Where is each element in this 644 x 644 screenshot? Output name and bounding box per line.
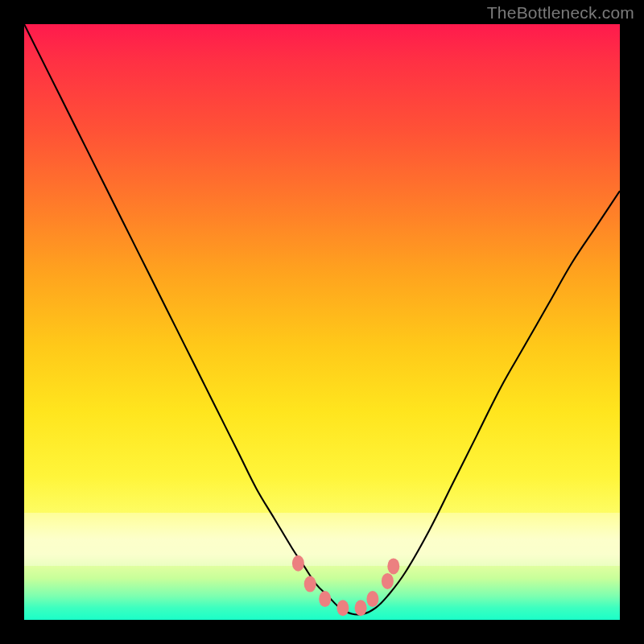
outer-frame: TheBottleneck.com <box>0 0 644 644</box>
curve-marker <box>292 555 304 572</box>
curve-marker <box>336 600 349 616</box>
curve-svg <box>24 24 620 620</box>
watermark-text: TheBottleneck.com <box>487 3 634 23</box>
plot-area <box>24 24 620 620</box>
curve-marker <box>387 558 399 574</box>
curve-marker <box>319 591 331 607</box>
curve-path <box>24 24 620 615</box>
bottleneck-curve <box>24 24 620 615</box>
curve-marker <box>366 591 378 607</box>
curve-marker <box>304 576 316 592</box>
curve-marker <box>355 600 367 616</box>
curve-markers <box>292 555 399 617</box>
curve-marker <box>382 573 394 589</box>
